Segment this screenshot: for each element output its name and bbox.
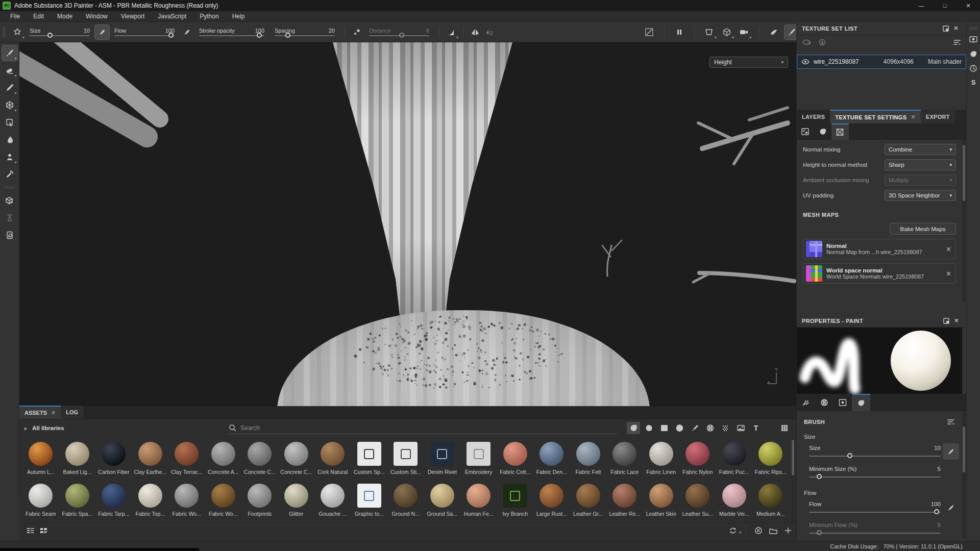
clone-tool[interactable]: ▾ [2, 149, 17, 165]
subtab-brush-icon[interactable] [797, 394, 815, 411]
material-tile[interactable]: Fabric Seam [22, 481, 59, 522]
view-3d-icon[interactable]: ▾ [720, 25, 734, 39]
material-tile[interactable]: Clay Earthe... [132, 439, 169, 481]
subtab-channels-icon[interactable] [797, 123, 814, 140]
subtab-mesh-icon[interactable] [814, 123, 831, 140]
polygon-fill-tool[interactable]: ▾ [2, 97, 17, 113]
filter-fonts-icon[interactable]: T [749, 422, 763, 434]
material-tile[interactable]: Leather Gr... [570, 481, 607, 522]
subtab-alpha-icon[interactable] [815, 394, 834, 411]
smart-materials-mask-tool[interactable] [2, 115, 17, 130]
material-tile[interactable]: Fabric Felt [570, 439, 607, 481]
filter-materials-icon[interactable] [627, 422, 640, 434]
tab-close-icon[interactable]: ✕ [51, 410, 56, 416]
brush-flow-slider[interactable]: Flow100 [809, 501, 955, 513]
material-tile[interactable]: Gouache ... [314, 481, 351, 522]
size-pressure-button[interactable] [95, 25, 109, 39]
mesh-map-world-space-normal[interactable]: World space normal World Space Normals w… [803, 263, 956, 284]
material-tile[interactable]: Concrete C... [278, 439, 315, 481]
refresh-assets-icon[interactable]: ▾ [728, 527, 738, 535]
material-tile[interactable]: Fabric Linen [643, 439, 680, 481]
filter-brushes-icon[interactable] [688, 422, 701, 434]
material-tile[interactable]: Leather Su... [679, 481, 716, 522]
material-tile[interactable]: Ground Sa... [424, 481, 461, 522]
import-folder-icon[interactable] [769, 527, 778, 534]
material-tile[interactable]: Embroidery [460, 439, 497, 481]
stencil-visibility-icon[interactable] [642, 25, 656, 39]
wrap-projection-icon[interactable] [767, 25, 781, 39]
asset-search[interactable] [229, 422, 618, 434]
menu-mode[interactable]: Mode [51, 12, 79, 21]
settings-scrollbar[interactable] [962, 140, 966, 303]
toolbar-stroke-opacity-slider[interactable]: Stroke opacity100 [199, 28, 264, 36]
material-tile[interactable]: Custom Sti... [387, 439, 424, 481]
resources-updater-tool[interactable] [2, 228, 17, 243]
remove-mesh-map-icon[interactable]: ✕ [946, 245, 951, 253]
texture-set-row[interactable]: wire_225198087 4096x4096 Main shader [797, 55, 966, 69]
material-tile[interactable]: Fabric Cott... [497, 439, 534, 481]
normal-mixing-dropdown[interactable]: Combine▾ [885, 144, 956, 155]
substance-share-icon[interactable]: S [971, 79, 976, 86]
menu-window[interactable]: Window [80, 12, 114, 21]
single-view-icon[interactable]: 1 [818, 39, 826, 46]
list-options-icon[interactable] [953, 39, 961, 46]
menu-javascript[interactable]: JavaScript [152, 12, 192, 21]
clear-search-icon[interactable] [754, 527, 763, 535]
menu-python[interactable]: Python [193, 12, 225, 21]
flow-pressure-button[interactable] [180, 25, 194, 39]
tab-assets[interactable]: ASSETS ✕ [19, 406, 61, 419]
symmetry-settings-icon[interactable] [482, 25, 497, 39]
material-tile[interactable]: Large Rust... [533, 481, 570, 522]
material-tile[interactable]: Fabric Lace [606, 439, 643, 481]
float-panel-icon[interactable] [941, 318, 951, 324]
history-icon[interactable] [969, 64, 977, 72]
close-panel-icon[interactable]: ✕ [951, 317, 962, 324]
menu-file[interactable]: File [4, 12, 26, 21]
filter-alphas-icon[interactable] [703, 422, 717, 434]
viewport-3d[interactable]: Height ▾ Y [19, 42, 796, 406]
material-tile[interactable]: Fabric Spa... [59, 481, 96, 522]
display-settings-icon[interactable] [969, 36, 978, 44]
close-button[interactable]: ✕ [957, 0, 980, 11]
filter-procedurals-icon[interactable] [719, 422, 732, 434]
menu-edit[interactable]: Edit [27, 12, 50, 21]
filter-textures-icon[interactable] [734, 422, 747, 434]
material-tile[interactable]: Fabric Wo... [205, 481, 242, 522]
view-2d-icon[interactable]: ▾ [702, 25, 717, 39]
pause-engine-icon[interactable] [672, 25, 687, 39]
stroke-shape-icon[interactable]: ▾ [10, 25, 24, 39]
subtab-material-icon[interactable] [852, 394, 870, 411]
material-tile[interactable]: Ground N... [387, 481, 424, 522]
history-tool[interactable] [2, 210, 17, 226]
material-tile[interactable]: Denim Rivet [424, 439, 461, 481]
brush-scrollbar[interactable] [962, 411, 966, 539]
tab-log[interactable]: LOG [61, 406, 83, 419]
tab-export[interactable]: EXPORT [921, 110, 955, 123]
grid-view-icon[interactable] [778, 422, 791, 434]
search-input[interactable] [240, 424, 394, 432]
menu-viewport[interactable]: Viewport [115, 12, 151, 21]
material-tile[interactable]: Fabric Den... [533, 439, 570, 481]
material-tile[interactable]: Medium A... [752, 481, 789, 522]
height-to-normal-dropdown[interactable]: Sharp▾ [885, 159, 956, 170]
minimize-button[interactable]: — [910, 0, 933, 11]
material-tile[interactable]: Concrete C... [241, 439, 278, 481]
material-tile[interactable]: Ivy Branch [497, 481, 534, 522]
spacing-mode-icon[interactable] [350, 25, 364, 39]
viewport-channel-dropdown[interactable]: Height ▾ [709, 57, 788, 68]
brush-size-slider[interactable]: Size10 [809, 445, 955, 457]
asset-export-tool[interactable] [2, 193, 17, 208]
material-tile[interactable]: Cork Natural [314, 439, 351, 481]
shader-settings-icon[interactable] [969, 50, 978, 58]
material-tile[interactable]: Graphic to... [351, 481, 388, 522]
tab-layers[interactable]: LAYERS [797, 110, 830, 123]
remove-mesh-map-icon[interactable]: ✕ [946, 270, 951, 278]
symmetry-icon[interactable] [468, 25, 482, 39]
toolbar-flow-slider[interactable]: Flow100 [114, 28, 175, 36]
material-tile[interactable]: Baked Lig... [59, 439, 96, 481]
tab-close-icon[interactable]: ✕ [911, 114, 916, 120]
toolbar-spacing-slider[interactable]: Spacing20 [275, 28, 335, 36]
eraser-tool[interactable]: ▾ [2, 63, 17, 78]
dock-grip[interactable] [970, 27, 977, 30]
material-tile[interactable]: Fabric Nylon [679, 439, 716, 481]
